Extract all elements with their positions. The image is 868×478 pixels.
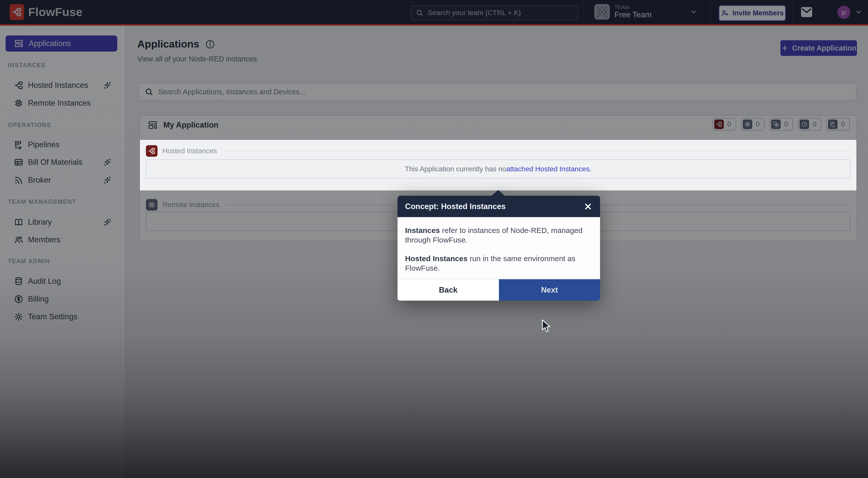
sidebar-item-label: Applications <box>29 39 71 48</box>
team-settings-icon <box>14 312 23 321</box>
tour-footer: Back Next <box>398 279 600 300</box>
section-divider <box>224 151 850 151</box>
sidebar-item-broker[interactable]: Broker <box>0 173 125 187</box>
badge-pipelines[interactable]: 0 <box>826 118 850 131</box>
team-search-input[interactable] <box>427 8 578 17</box>
info-icon[interactable] <box>205 39 215 50</box>
sidebar-item-members[interactable]: Members <box>0 233 125 247</box>
sparkle-icon[interactable] <box>103 218 112 227</box>
billing-icon <box>14 294 23 304</box>
pipelines-icon <box>828 120 838 129</box>
back-button[interactable]: Back <box>398 279 499 300</box>
remote-instances-icon <box>146 199 157 211</box>
badge-remote-instances[interactable]: 0 <box>741 118 765 131</box>
navbar-divider <box>584 0 584 24</box>
sidebar-item-billing[interactable]: Billing <box>0 292 125 306</box>
bill-of-materials-icon <box>14 158 23 167</box>
brand-name: FlowFuse <box>28 5 83 19</box>
remote-instances-icon <box>14 98 23 108</box>
mouse-cursor <box>541 319 553 332</box>
sparkle-icon[interactable] <box>103 158 112 167</box>
tour-arrow <box>491 190 505 196</box>
tour-paragraph: Hosted Instances run in the same environ… <box>405 254 591 273</box>
user-menu-chevron-icon[interactable] <box>855 8 863 17</box>
sidebar-item-bill-of-materials[interactable]: Bill Of Materials <box>0 156 125 169</box>
sidebar-section-team-admin: TEAM ADMIN <box>8 258 50 265</box>
sidebar-item-applications[interactable]: Applications <box>5 35 117 52</box>
sidebar-section-operations: OPERATIONS <box>8 122 51 129</box>
members-icon <box>14 235 23 245</box>
sidebar-nav: Applications INSTANCES Hosted Instances … <box>0 26 126 478</box>
notifications-button[interactable] <box>800 6 813 18</box>
next-button[interactable]: Next <box>499 279 600 300</box>
application-name: My Application <box>163 121 218 130</box>
user-avatar[interactable]: jp <box>837 6 850 19</box>
team-label: TEAM: <box>614 4 652 10</box>
hosted-instances-icon <box>14 81 23 90</box>
invite-members-label: Invite Members <box>733 9 784 17</box>
flowfuse-app: FlowFuse TEAM: Free Team Invite Members <box>0 0 868 478</box>
sidebar-item-team-settings[interactable]: Team Settings <box>0 310 125 323</box>
hosted-instances-empty-state: This Application currently has no attach… <box>146 159 850 179</box>
application-card-header[interactable]: My Application 0 0 0 0 <box>140 116 857 134</box>
hosted-instances-icon <box>146 145 157 157</box>
page-title: Applications <box>137 38 215 50</box>
close-icon[interactable] <box>583 201 593 212</box>
sparkle-icon[interactable] <box>103 176 112 185</box>
chevron-down-icon[interactable] <box>690 8 698 17</box>
application-badges: 0 0 0 0 0 <box>713 118 850 131</box>
sidebar-item-audit-log[interactable]: Audit Log <box>0 275 125 288</box>
plus-icon <box>781 44 788 52</box>
flowfuse-logo[interactable]: FlowFuse <box>9 4 83 20</box>
tour-body: Instances refer to instances of Node-RED… <box>398 217 600 279</box>
team-search[interactable] <box>411 5 578 20</box>
tour-title: Concept: Hosted Instances <box>405 202 506 211</box>
badge-device-groups[interactable]: 0 <box>769 118 793 131</box>
tour-paragraph: Instances refer to instances of Node-RED… <box>405 226 591 245</box>
sidebar-item-hosted-instances[interactable]: Hosted Instances <box>0 78 125 92</box>
flowfuse-logo-icon <box>9 4 24 20</box>
clock-icon <box>800 120 809 129</box>
navbar-divider <box>710 0 711 24</box>
sidebar-section-team-management: TEAM MANAGEMENT <box>8 198 76 205</box>
navbar-divider <box>793 0 793 24</box>
badge-snapshots[interactable]: 0 <box>798 118 822 131</box>
library-icon <box>14 217 23 227</box>
pipelines-icon <box>14 140 23 150</box>
sidebar-item-pipelines[interactable]: Pipelines <box>0 138 125 152</box>
team-selector[interactable]: TEAM: Free Team <box>594 4 652 20</box>
badge-hosted-instances[interactable]: 0 <box>713 118 736 131</box>
invite-members-button[interactable]: Invite Members <box>718 5 786 21</box>
remote-instances-icon <box>743 120 752 129</box>
tour-dialog-header: Concept: Hosted Instances <box>398 196 600 217</box>
applications-search[interactable] <box>138 83 857 101</box>
search-icon <box>145 87 153 96</box>
sidebar-item-library[interactable]: Library <box>0 215 125 229</box>
hosted-instances-section-title: Hosted Instances <box>162 147 217 155</box>
applications-search-input[interactable] <box>157 88 856 96</box>
top-navbar: FlowFuse TEAM: Free Team Invite Members <box>0 0 868 26</box>
applications-icon <box>14 39 24 48</box>
create-application-button[interactable]: Create Application <box>780 40 857 56</box>
user-plus-icon <box>721 9 729 17</box>
page-subtitle: View all of your Node-RED instances. <box>137 55 259 63</box>
hosted-instances-section: Hosted Instances This Application curren… <box>140 140 857 190</box>
device-groups-icon <box>771 120 781 129</box>
broker-icon <box>14 176 23 185</box>
mail-icon <box>800 6 813 18</box>
tour-dialog: Concept: Hosted Instances Instances refe… <box>398 190 600 300</box>
team-avatar <box>594 4 610 20</box>
search-icon <box>415 9 424 17</box>
sidebar-item-remote-instances[interactable]: Remote Instances <box>0 96 125 110</box>
sparkle-icon[interactable] <box>103 81 112 90</box>
audit-log-icon <box>14 277 23 286</box>
application-icon <box>148 120 158 130</box>
remote-instances-section-title: Remote Instances <box>162 201 219 209</box>
attached-hosted-instances-link[interactable]: attached Hosted Instances <box>506 165 590 173</box>
team-name: Free Team <box>614 10 652 20</box>
sidebar-section-instances: INSTANCES <box>8 62 45 69</box>
hosted-instances-icon <box>714 120 724 129</box>
